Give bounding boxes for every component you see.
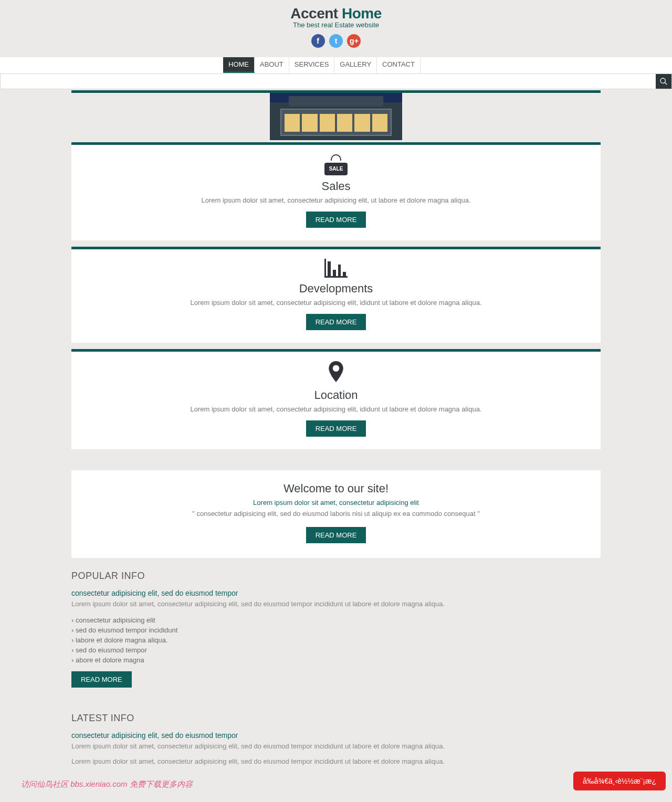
list-item[interactable]: abore et dolore magna: [71, 655, 601, 665]
facebook-icon[interactable]: f: [311, 34, 325, 48]
nav-contact[interactable]: CONTACT: [377, 57, 421, 73]
feature-card-sales: SALE Sales Lorem ipsum dolor sit amet, c…: [71, 142, 601, 240]
download-template-badge[interactable]: å‰å¾€ä¸‹è½½æ¨¡æ¿: [573, 772, 666, 773]
bar-chart-icon: [324, 259, 348, 278]
nav-about[interactable]: ABOUT: [255, 57, 289, 73]
welcome-read-more-button[interactable]: READ MORE: [306, 527, 366, 543]
section-heading: POPULAR INFO: [71, 571, 601, 582]
latest-info-section: LATEST INFO consectetur adipisicing elit…: [71, 700, 601, 765]
feature-card-developments: Developments Lorem ipsum dolor sit amet,…: [71, 247, 601, 343]
popular-link[interactable]: consectetur adipisicing elit, sed do eiu…: [71, 589, 238, 597]
site-tagline: The best real Estate website: [0, 21, 672, 29]
nav-services[interactable]: SERVICES: [289, 57, 335, 73]
card-title: Location: [84, 388, 588, 402]
list-item[interactable]: consectetur adipisicing elit: [71, 615, 601, 625]
popular-list: consectetur adipisicing elit sed do eius…: [71, 615, 601, 665]
section-heading: LATEST INFO: [71, 713, 601, 724]
card-title: Sales: [84, 180, 588, 193]
location-pin-icon: [84, 361, 588, 384]
popular-info-section: POPULAR INFO consectetur adipisicing eli…: [71, 558, 601, 697]
hero-banner: [71, 90, 601, 142]
search-button[interactable]: [656, 74, 671, 89]
google-plus-icon[interactable]: g+: [347, 34, 361, 48]
svg-point-0: [660, 78, 665, 83]
sale-tag-icon: SALE: [324, 154, 348, 175]
card-text: Lorem ipsum dolor sit amet, consectetur …: [84, 196, 588, 204]
site-logo[interactable]: Accent Home: [0, 5, 672, 22]
hero-image: [270, 93, 402, 140]
read-more-button[interactable]: READ MORE: [306, 314, 366, 330]
latest-desc-2: Lorem ipsum dolor sit amet, consectetur …: [71, 757, 601, 765]
read-more-button[interactable]: READ MORE: [306, 212, 366, 228]
welcome-panel: Welcome to our site! Lorem ipsum dolor s…: [71, 470, 601, 558]
latest-link[interactable]: consectetur adipisicing elit, sed do eiu…: [71, 731, 238, 740]
svg-line-1: [665, 82, 667, 85]
main-nav: HOME ABOUT SERVICES GALLERY CONTACT: [223, 57, 449, 73]
latest-desc-1: Lorem ipsum dolor sit amet, consectetur …: [71, 742, 601, 750]
brand-word-2: Home: [342, 5, 382, 22]
list-item[interactable]: sed do eiusmod tempor incididunt: [71, 625, 601, 635]
welcome-title: Welcome to our site!: [84, 482, 588, 495]
card-text: Lorem ipsum dolor sit amet, consectetur …: [84, 405, 588, 413]
welcome-subtitle: Lorem ipsum dolor sit amet, consectetur …: [84, 499, 588, 506]
list-item[interactable]: labore et dolore magna aliqua.: [71, 635, 601, 645]
welcome-quote: " consectetur adipisicing elit, sed do e…: [84, 510, 588, 518]
list-item[interactable]: sed do eiusmod tempor: [71, 645, 601, 655]
popular-read-more-button[interactable]: READ MORE: [71, 671, 132, 688]
brand-word-1: Accent: [290, 5, 342, 22]
svg-point-2: [333, 365, 340, 372]
read-more-button[interactable]: READ MORE: [306, 420, 366, 437]
popular-desc: Lorem ipsum dolor sit amet, consectetur …: [71, 600, 601, 608]
card-title: Developments: [84, 282, 588, 296]
search-input[interactable]: [1, 74, 656, 89]
search-icon: [659, 77, 668, 86]
nav-gallery[interactable]: GALLERY: [334, 57, 377, 73]
nav-home[interactable]: HOME: [223, 57, 255, 73]
feature-card-location: Location Lorem ipsum dolor sit amet, con…: [71, 349, 601, 449]
twitter-icon[interactable]: t: [329, 34, 343, 48]
card-text: Lorem ipsum dolor sit amet, consectetur …: [84, 299, 588, 307]
